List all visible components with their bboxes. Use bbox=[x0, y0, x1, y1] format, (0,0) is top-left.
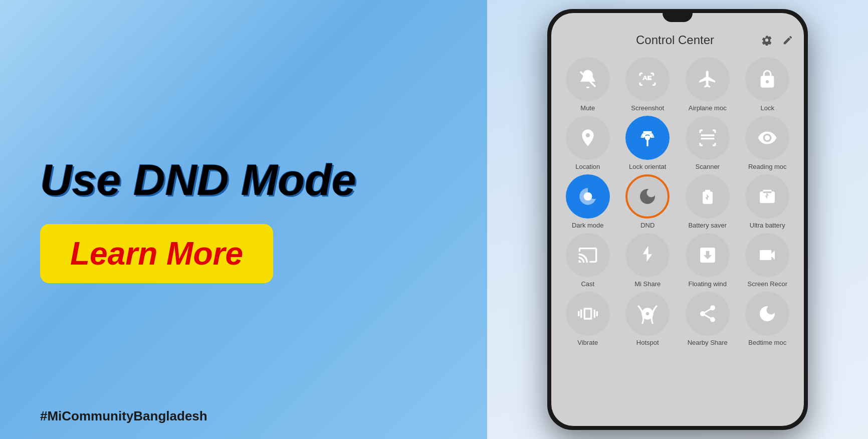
cc-row-1: Mute Screenshot Airplane moc bbox=[560, 57, 795, 112]
cc-row-5: Vibrate Hotspot Nearby Share bbox=[560, 292, 795, 346]
reading-mode-item[interactable]: Reading moc bbox=[740, 116, 795, 170]
cast-label: Cast bbox=[581, 280, 594, 288]
mi-share-item[interactable]: Mi Share bbox=[620, 233, 676, 288]
ultra-battery-item[interactable]: Ultra battery bbox=[740, 174, 795, 229]
scanner-item[interactable]: Scanner bbox=[680, 116, 735, 170]
hotspot-btn[interactable] bbox=[625, 292, 670, 336]
hotspot-item[interactable]: Hotspot bbox=[620, 292, 676, 346]
lock-orientation-btn[interactable] bbox=[625, 116, 670, 160]
learn-more-button[interactable]: Learn More bbox=[40, 224, 273, 283]
mute-label: Mute bbox=[580, 104, 595, 112]
svg-point-1 bbox=[645, 135, 650, 140]
nearby-share-label: Nearby Share bbox=[688, 339, 728, 346]
cc-row-2: Location Lock orientat Scann bbox=[560, 116, 795, 170]
airplane-btn[interactable] bbox=[686, 57, 730, 101]
scanner-btn[interactable] bbox=[686, 116, 730, 160]
mi-share-btn[interactable] bbox=[625, 233, 670, 277]
location-item[interactable]: Location bbox=[560, 116, 615, 170]
lock-orientation-item[interactable]: Lock orientat bbox=[620, 116, 676, 170]
hashtag: #MiCommunityBangladesh bbox=[40, 408, 207, 424]
floating-window-label: Floating wind bbox=[688, 280, 727, 288]
vibrate-label: Vibrate bbox=[577, 339, 598, 346]
left-panel: Use DND Mode Learn More #MiCommunityBang… bbox=[0, 0, 487, 439]
screenshot-label: Screenshot bbox=[631, 104, 664, 112]
control-center-header: Control Center bbox=[560, 27, 795, 47]
nearby-share-item[interactable]: Nearby Share bbox=[680, 292, 735, 346]
screenshot-btn[interactable] bbox=[625, 57, 670, 101]
reading-mode-label: Reading moc bbox=[748, 163, 787, 170]
battery-saver-item[interactable]: Battery saver bbox=[680, 174, 735, 229]
nearby-share-btn[interactable] bbox=[686, 292, 730, 336]
floating-window-btn[interactable] bbox=[686, 233, 730, 277]
settings-icon[interactable] bbox=[760, 33, 774, 47]
screen-record-btn[interactable] bbox=[745, 233, 789, 277]
dnd-label: DND bbox=[640, 222, 655, 229]
bedtime-label: Bedtime moc bbox=[748, 339, 786, 346]
hotspot-label: Hotspot bbox=[636, 339, 659, 346]
location-label: Location bbox=[575, 163, 600, 170]
right-panel: Control Center bbox=[487, 0, 868, 439]
cast-btn[interactable] bbox=[566, 233, 610, 277]
battery-saver-label: Battery saver bbox=[688, 222, 727, 229]
header-icons bbox=[760, 33, 795, 47]
lock-orientation-label: Lock orientat bbox=[629, 163, 666, 170]
location-btn[interactable] bbox=[566, 116, 610, 160]
dark-mode-label: Dark mode bbox=[572, 222, 604, 229]
airplane-label: Airplane moc bbox=[689, 104, 727, 112]
reading-mode-btn[interactable] bbox=[745, 116, 789, 160]
floating-window-item[interactable]: Floating wind bbox=[680, 233, 735, 288]
mi-share-label: Mi Share bbox=[634, 280, 661, 288]
lock-item[interactable]: Lock bbox=[740, 57, 795, 112]
dark-mode-item[interactable]: Dark mode bbox=[560, 174, 615, 229]
control-center-title: Control Center bbox=[590, 33, 760, 47]
cast-item[interactable]: Cast bbox=[560, 233, 615, 288]
battery-saver-btn[interactable] bbox=[686, 174, 730, 218]
mute-btn[interactable] bbox=[566, 57, 610, 101]
ultra-battery-btn[interactable] bbox=[745, 174, 789, 218]
cc-row-4: Cast Mi Share Floating wind bbox=[560, 233, 795, 288]
main-title: Use DND Mode bbox=[40, 156, 447, 204]
screen-record-item[interactable]: Screen Recor bbox=[740, 233, 795, 288]
cc-row-3: Dark mode DND Battery saver bbox=[560, 174, 795, 229]
airplane-item[interactable]: Airplane moc bbox=[680, 57, 735, 112]
lock-label: Lock bbox=[761, 104, 774, 112]
vibrate-btn[interactable] bbox=[566, 292, 610, 336]
vibrate-item[interactable]: Vibrate bbox=[560, 292, 615, 346]
scanner-label: Scanner bbox=[696, 163, 720, 170]
dnd-item[interactable]: DND bbox=[620, 174, 676, 229]
phone-mockup: Control Center bbox=[547, 9, 808, 430]
dnd-btn[interactable] bbox=[625, 174, 670, 218]
phone-notch bbox=[663, 13, 693, 22]
dark-mode-btn[interactable] bbox=[566, 174, 610, 218]
edit-icon[interactable] bbox=[781, 33, 795, 47]
mute-item[interactable]: Mute bbox=[560, 57, 615, 112]
bedtime-btn[interactable] bbox=[745, 292, 789, 336]
ultra-battery-label: Ultra battery bbox=[750, 222, 785, 229]
control-center: Control Center bbox=[551, 13, 804, 426]
screenshot-item[interactable]: Screenshot bbox=[620, 57, 676, 112]
lock-btn[interactable] bbox=[745, 57, 789, 101]
phone-screen: Control Center bbox=[551, 13, 804, 426]
screen-record-label: Screen Recor bbox=[748, 280, 787, 288]
bedtime-item[interactable]: Bedtime moc bbox=[740, 292, 795, 346]
